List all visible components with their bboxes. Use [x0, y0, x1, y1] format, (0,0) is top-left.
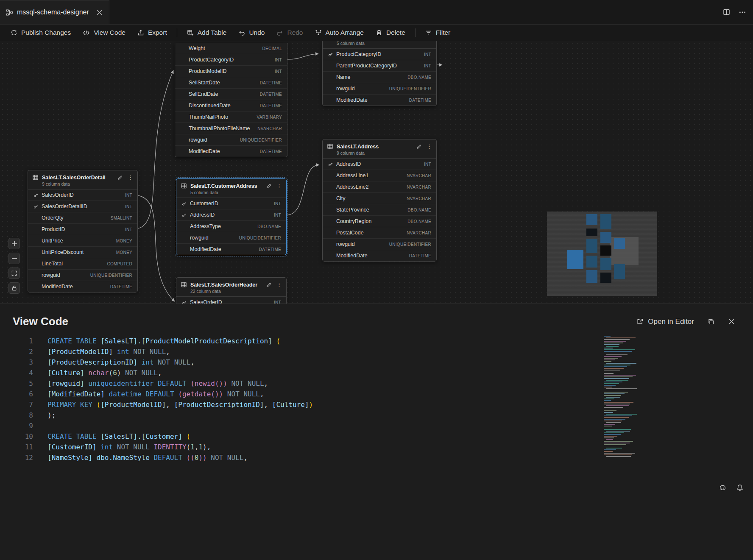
open-in-editor-button[interactable]: Open in Editor [636, 318, 694, 326]
table-row[interactable]: ThumbNailPhotoVARBINARY [175, 111, 287, 123]
code-minimap-line [604, 402, 633, 403]
code-minimap-line [604, 370, 620, 371]
toolbar-button-export[interactable]: Export [132, 27, 173, 39]
table-row[interactable]: rowguidUNIQUEIDENTIFIER [323, 83, 436, 94]
table-row[interactable]: SalesOrderIDINT [28, 189, 137, 201]
table-row[interactable]: UnitPriceDiscountMONEY [28, 246, 137, 258]
table-card-SalesLT.SalesOrderHeader[interactable]: SalesLT.SalesOrderHeader⋮22 column dataS… [176, 277, 287, 304]
table-row[interactable]: OrderQtySMALLINT [28, 212, 137, 223]
schema-canvas[interactable]: WeightDECIMALProductCategoryIDINTProduct… [0, 41, 753, 304]
toolbar-button-auto-arrange[interactable]: Auto Arrange [310, 27, 369, 39]
table-row[interactable]: ProductIDINT [28, 223, 137, 235]
table-row[interactable]: CountryRegionDBO.NAME [323, 215, 436, 227]
tab-mssql-schema-designer[interactable]: mssql-schema-designer [0, 0, 109, 24]
code-viewer[interactable]: 1CREATE TABLE [SalesLT].[ProductModelPro… [0, 336, 753, 463]
table-row[interactable]: NameDBO.NAME [323, 71, 436, 83]
close-icon[interactable] [728, 318, 735, 325]
column-type: DATETIME [260, 103, 282, 108]
table-row[interactable]: ModifiedDateDATETIME [176, 243, 286, 255]
table-row[interactable]: PostalCodeNVARCHAR [323, 227, 436, 238]
minimap-block [567, 250, 583, 269]
edit-table-icon[interactable] [117, 175, 123, 181]
table-card-partial[interactable]: WeightDECIMALProductCategoryIDINTProduct… [175, 43, 287, 157]
edit-table-icon[interactable] [416, 144, 422, 150]
toolbar-button-add-table[interactable]: Add Table [181, 27, 232, 39]
zoom-in-button[interactable] [8, 238, 20, 249]
toolbar-button-undo[interactable]: Undo [233, 27, 270, 39]
table-menu-icon[interactable]: ⋮ [128, 175, 133, 180]
canvas-minimap[interactable] [547, 212, 657, 296]
table-card-SalesLT.SalesOrderDetail[interactable]: SalesLT.SalesOrderDetail⋮9 column dataSa… [28, 170, 138, 293]
table-menu-icon[interactable]: ⋮ [276, 183, 282, 189]
code-minimap-line [604, 393, 625, 394]
zoom-out-button[interactable] [8, 253, 20, 264]
table-card-partial[interactable]: 5 column dataProductCategoryIDINTParentP… [322, 41, 437, 106]
copy-icon[interactable] [708, 318, 714, 325]
toolbar-button-publish-changes[interactable]: Publish Changes [5, 27, 76, 39]
code-minimap[interactable] [603, 336, 637, 461]
table-column-count: 5 column data [176, 189, 286, 198]
column-name: LineTotal [42, 261, 104, 267]
code-minimap-line [604, 348, 613, 348]
column-type: DBO.NAME [407, 208, 431, 212]
code-minimap-line [604, 366, 627, 367]
toolbar-button-view-code[interactable]: View Code [77, 27, 131, 39]
table-row[interactable]: LineTotalCOMPUTED [28, 258, 137, 269]
code-minimap-line [604, 451, 613, 452]
table-row[interactable]: rowguidUNIQUEIDENTIFIER [28, 269, 137, 281]
notifications-bell-icon[interactable] [736, 484, 744, 492]
status-icons [719, 484, 744, 492]
table-row[interactable]: AddressIDINT [323, 159, 436, 170]
table-row[interactable]: rowguidUNIQUEIDENTIFIER [323, 238, 436, 250]
table-row[interactable]: SellStartDateDATETIME [175, 77, 287, 88]
toolbar-button-delete[interactable]: Delete [370, 27, 411, 39]
table-row[interactable]: ParentProductCategoryIDINT [323, 60, 436, 71]
line-number: 10 [0, 431, 33, 442]
table-row[interactable]: ProductModelIDINT [175, 65, 287, 77]
split-editor-icon[interactable] [723, 8, 730, 16]
fit-view-button[interactable] [8, 267, 20, 279]
code-minimap-line [604, 349, 635, 350]
table-row[interactable]: ThumbnailPhotoFileNameNVARCHAR [175, 123, 287, 134]
table-row[interactable]: CityNVARCHAR [323, 192, 436, 204]
table-row[interactable]: StateProvinceDBO.NAME [323, 204, 436, 215]
copilot-icon[interactable] [719, 484, 727, 492]
line-number: 8 [0, 410, 33, 421]
edit-table-icon[interactable] [266, 282, 272, 288]
table-row[interactable]: SellEndDateDATETIME [175, 88, 287, 100]
table-row[interactable]: ModifiedDateDATETIME [323, 250, 436, 261]
table-rows: ProductCategoryIDINTParentProductCategor… [323, 49, 436, 106]
table-row[interactable]: SalesOrderDetailIDINT [28, 201, 137, 212]
table-row[interactable]: ModifiedDateDATETIME [323, 94, 436, 106]
table-row[interactable]: DiscontinuedDateDATETIME [175, 100, 287, 111]
table-menu-icon[interactable]: ⋮ [427, 144, 432, 149]
table-row[interactable]: ModifiedDateDATETIME [28, 281, 137, 292]
table-name: SalesLT.SalesOrderDetail [42, 175, 114, 181]
table-row[interactable]: rowguidUNIQUEIDENTIFIER [176, 232, 286, 243]
lock-button[interactable] [8, 282, 20, 294]
table-menu-icon[interactable]: ⋮ [276, 282, 282, 287]
column-name: SellEndDate [189, 91, 257, 97]
table-row[interactable]: AddressTypeDBO.NAME [176, 220, 286, 232]
table-card-SalesLT.CustomerAddress[interactable]: SalesLT.CustomerAddress⋮5 column dataCus… [176, 178, 287, 255]
toolbar-button-filter[interactable]: Filter [420, 27, 456, 39]
table-row[interactable]: AddressLine1NVARCHAR [323, 170, 436, 181]
table-row[interactable]: ProductCategoryIDINT [175, 54, 287, 65]
table-row[interactable]: rowguidUNIQUEIDENTIFIER [175, 134, 287, 145]
code-minimap-line [604, 421, 622, 421]
table-row[interactable]: WeightDECIMAL [175, 43, 287, 54]
code-minimap-line [606, 337, 636, 338]
table-card-SalesLT.Address[interactable]: SalesLT.Address⋮9 column dataAddressIDIN… [322, 139, 437, 262]
table-row[interactable]: CustomerIDINT [176, 198, 286, 209]
table-row[interactable]: SalesOrderIDINT [176, 297, 286, 304]
column-type: DATETIME [409, 98, 431, 103]
table-row[interactable]: AddressLine2NVARCHAR [323, 181, 436, 192]
column-name: UnitPrice [42, 238, 114, 244]
table-row[interactable]: ModifiedDateDATETIME [175, 145, 287, 157]
close-icon[interactable] [96, 9, 103, 16]
table-row[interactable]: AddressIDINT [176, 209, 286, 220]
table-row[interactable]: ProductCategoryIDINT [323, 49, 436, 60]
table-row[interactable]: UnitPriceMONEY [28, 235, 137, 246]
more-actions-icon[interactable] [739, 8, 746, 16]
edit-table-icon[interactable] [266, 183, 272, 189]
